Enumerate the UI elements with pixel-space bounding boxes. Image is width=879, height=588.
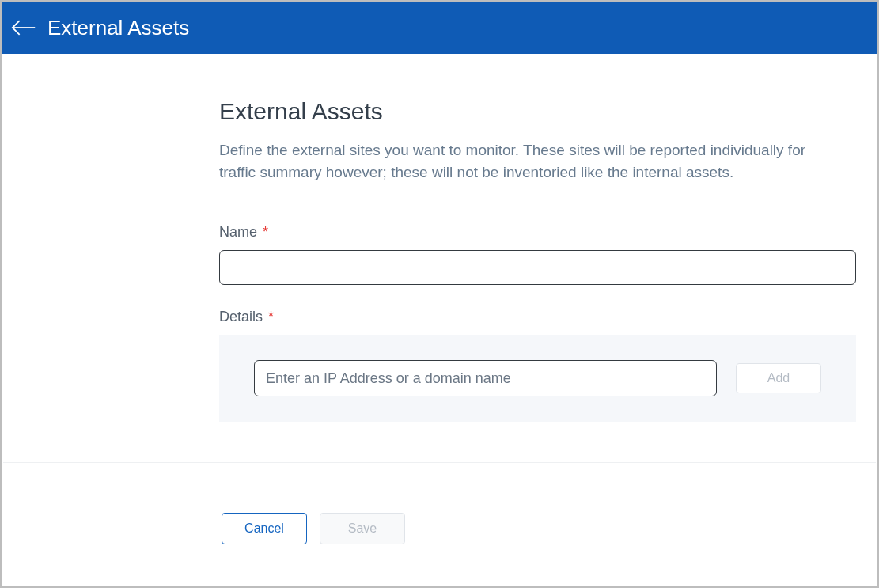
section-divider [3, 462, 876, 463]
required-asterisk: * [263, 224, 268, 240]
back-arrow-icon[interactable] [9, 13, 38, 42]
details-box: Add [219, 335, 856, 422]
required-asterisk: * [268, 309, 274, 324]
details-field-group: Details * Add [219, 309, 856, 422]
footer-actions: Cancel Save [222, 513, 405, 544]
details-label: Details * [219, 309, 274, 325]
cancel-button[interactable]: Cancel [222, 513, 307, 544]
header-title: External Assets [47, 16, 189, 40]
details-input[interactable] [254, 360, 717, 396]
name-label-text: Name [219, 224, 257, 240]
details-label-text: Details [219, 309, 263, 324]
save-button[interactable]: Save [320, 513, 405, 544]
name-label: Name * [219, 224, 268, 241]
page-title: External Assets [219, 98, 856, 125]
name-input[interactable] [219, 250, 856, 285]
content-area: External Assets Define the external site… [2, 54, 856, 422]
name-field-group: Name * [219, 224, 856, 285]
header-bar: External Assets [2, 2, 877, 54]
page-description: Define the external sites you want to mo… [219, 139, 836, 183]
add-button[interactable]: Add [736, 363, 821, 393]
